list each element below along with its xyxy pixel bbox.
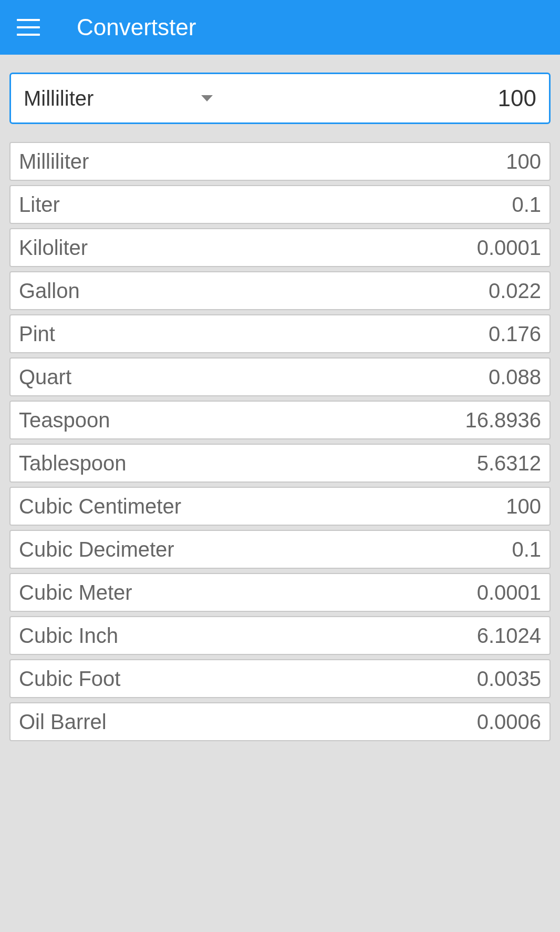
result-unit-label: Kiloliter	[19, 236, 88, 260]
result-row[interactable]: Cubic Foot0.0035	[9, 659, 551, 698]
result-value: 0.176	[489, 322, 541, 346]
result-unit-label: Pint	[19, 322, 55, 346]
result-row[interactable]: Pint0.176	[9, 314, 551, 353]
result-row[interactable]: Quart0.088	[9, 357, 551, 396]
result-row[interactable]: Cubic Meter0.0001	[9, 573, 551, 612]
selected-unit-label: Milliliter	[24, 87, 94, 110]
app-title: Convertster	[77, 14, 196, 40]
result-unit-label: Cubic Foot	[19, 667, 120, 691]
result-row[interactable]: Tablespoon5.6312	[9, 444, 551, 483]
result-value: 0.0001	[477, 581, 541, 605]
result-unit-label: Gallon	[19, 279, 80, 303]
result-unit-label: Milliliter	[19, 150, 89, 173]
result-row[interactable]: Cubic Centimeter100	[9, 487, 551, 526]
result-value: 0.022	[489, 279, 541, 303]
result-value: 0.0001	[477, 236, 541, 260]
result-unit-label: Cubic Centimeter	[19, 495, 181, 518]
results-list: Milliliter100Liter0.1Kiloliter0.0001Gall…	[9, 142, 551, 741]
result-value: 0.088	[489, 365, 541, 389]
hamburger-menu-icon[interactable]	[17, 19, 40, 36]
result-row[interactable]: Cubic Inch6.1024	[9, 616, 551, 655]
result-unit-label: Cubic Meter	[19, 581, 132, 605]
result-unit-label: Quart	[19, 365, 71, 389]
result-unit-label: Cubic Decimeter	[19, 538, 174, 561]
content-area: Milliliter Milliliter100Liter0.1Kilolite…	[0, 55, 560, 741]
result-value: 0.0035	[477, 667, 541, 691]
result-row[interactable]: Milliliter100	[9, 142, 551, 181]
result-unit-label: Tablespoon	[19, 452, 127, 475]
result-row[interactable]: Teaspoon16.8936	[9, 401, 551, 439]
result-value: 0.0006	[477, 710, 541, 734]
result-row[interactable]: Kiloliter0.0001	[9, 228, 551, 267]
unit-select-dropdown[interactable]: Milliliter	[24, 87, 223, 110]
result-unit-label: Cubic Inch	[19, 624, 118, 648]
result-row[interactable]: Gallon0.022	[9, 271, 551, 310]
result-row[interactable]: Cubic Decimeter0.1	[9, 530, 551, 569]
result-unit-label: Liter	[19, 193, 60, 217]
result-value: 100	[506, 495, 541, 518]
result-value: 16.8936	[465, 408, 541, 432]
app-header: Convertster	[0, 0, 560, 55]
result-unit-label: Oil Barrel	[19, 710, 107, 734]
result-value: 6.1024	[477, 624, 541, 648]
result-row[interactable]: Liter0.1	[9, 185, 551, 224]
result-row[interactable]: Oil Barrel0.0006	[9, 702, 551, 741]
result-value: 0.1	[512, 538, 541, 561]
svg-marker-0	[201, 95, 213, 101]
result-value: 100	[506, 150, 541, 173]
result-value: 0.1	[512, 193, 541, 217]
input-row: Milliliter	[9, 73, 551, 124]
chevron-down-icon	[201, 95, 213, 101]
result-unit-label: Teaspoon	[19, 408, 110, 432]
value-input[interactable]	[223, 85, 536, 111]
result-value: 5.6312	[477, 452, 541, 475]
